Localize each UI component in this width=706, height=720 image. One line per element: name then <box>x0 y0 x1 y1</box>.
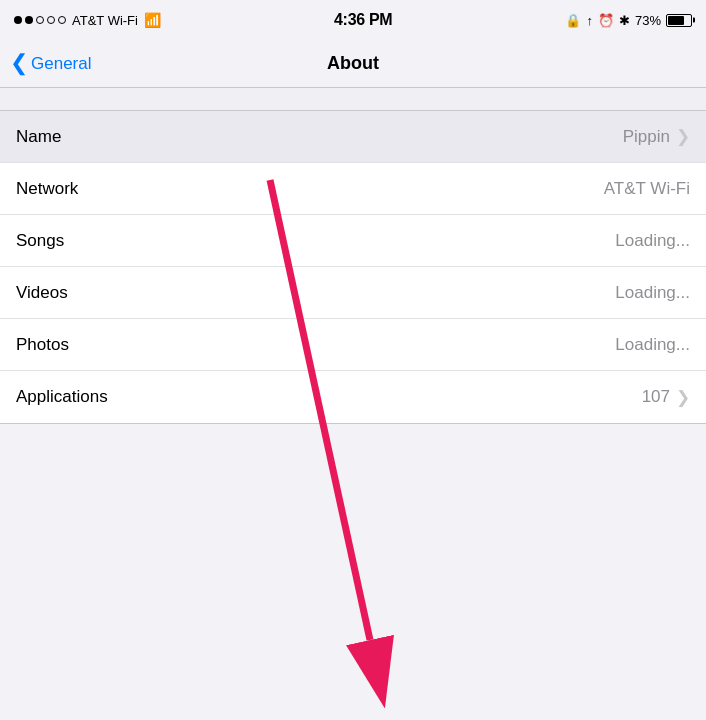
back-label: General <box>31 54 91 74</box>
row-songs: Songs Loading... <box>0 215 706 267</box>
lock-icon: 🔒 <box>565 13 581 28</box>
row-photos-value: Loading... <box>615 335 690 355</box>
signal-dot-3 <box>36 16 44 24</box>
photos-value-text: Loading... <box>615 335 690 355</box>
section-gap-top <box>0 88 706 110</box>
row-songs-value: Loading... <box>615 231 690 251</box>
signal-dot-5 <box>58 16 66 24</box>
status-left: AT&T Wi-Fi 📶 <box>14 12 161 28</box>
name-chevron-icon: ❯ <box>676 126 690 147</box>
row-photos-label: Photos <box>16 335 69 355</box>
row-network: Network AT&T Wi-Fi <box>0 163 706 215</box>
name-value-text: Pippin <box>623 127 670 147</box>
row-applications-label: Applications <box>16 387 108 407</box>
row-videos-label: Videos <box>16 283 68 303</box>
row-songs-label: Songs <box>16 231 64 251</box>
location-icon: ↑ <box>586 13 593 28</box>
page-title: About <box>327 53 379 74</box>
battery-fill <box>668 16 684 25</box>
signal-dot-4 <box>47 16 55 24</box>
signal-dots <box>14 16 66 24</box>
settings-list: Name Pippin ❯ Network AT&T Wi-Fi Songs L… <box>0 110 706 424</box>
network-value-text: AT&T Wi-Fi <box>604 179 690 199</box>
status-bar: AT&T Wi-Fi 📶 4:36 PM 🔒 ↑ ⏰ ✱ 73% <box>0 0 706 40</box>
battery-icon <box>666 14 692 27</box>
videos-value-text: Loading... <box>615 283 690 303</box>
applications-chevron-icon: ❯ <box>676 387 690 408</box>
alarm-icon: ⏰ <box>598 13 614 28</box>
row-name-value: Pippin ❯ <box>623 126 690 147</box>
songs-value-text: Loading... <box>615 231 690 251</box>
battery-percent: 73% <box>635 13 661 28</box>
row-name-label: Name <box>16 127 61 147</box>
signal-dot-1 <box>14 16 22 24</box>
signal-dot-2 <box>25 16 33 24</box>
back-button[interactable]: ❮ General <box>10 51 91 76</box>
row-applications[interactable]: Applications 107 ❯ <box>0 371 706 423</box>
nav-bar: ❮ General About <box>0 40 706 88</box>
row-videos: Videos Loading... <box>0 267 706 319</box>
status-time: 4:36 PM <box>334 11 392 29</box>
row-photos: Photos Loading... <box>0 319 706 371</box>
carrier-name: AT&T Wi-Fi <box>72 13 138 28</box>
back-chevron-icon: ❮ <box>10 50 28 76</box>
wifi-icon: 📶 <box>144 12 161 28</box>
row-videos-value: Loading... <box>615 283 690 303</box>
row-name[interactable]: Name Pippin ❯ <box>0 111 706 163</box>
status-right: 🔒 ↑ ⏰ ✱ 73% <box>565 13 692 28</box>
row-network-label: Network <box>16 179 78 199</box>
bluetooth-icon: ✱ <box>619 13 630 28</box>
row-applications-value: 107 ❯ <box>642 387 690 408</box>
applications-value-text: 107 <box>642 387 670 407</box>
row-network-value: AT&T Wi-Fi <box>604 179 690 199</box>
